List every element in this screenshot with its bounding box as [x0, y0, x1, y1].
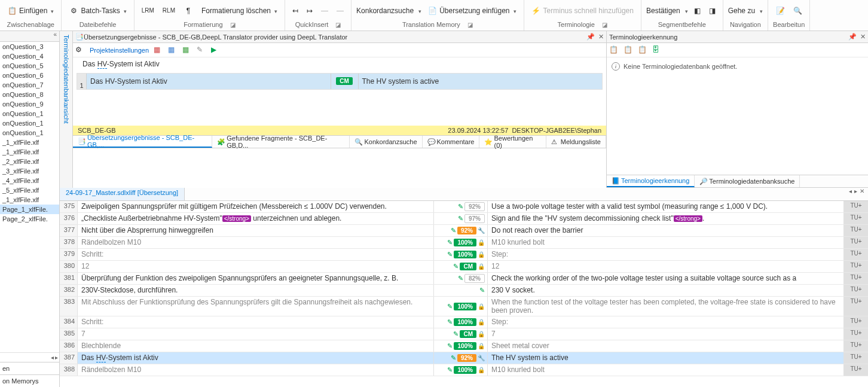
file-list-item[interactable]: Page_1_xlfFile. [0, 205, 59, 214]
segment-source[interactable]: Rändelbolzen M10 [78, 237, 434, 248]
pilcrow-button[interactable]: ¶ [181, 5, 195, 17]
segment-row[interactable]: 375Zweipoligen Spannungsprüfer mit gülti… [60, 201, 868, 213]
collapse-button[interactable]: « [0, 31, 59, 42]
tb-icon4[interactable]: ✎ [197, 45, 206, 55]
segment-row[interactable]: 379Schritt:✎100%🔒Step:TU+ [60, 249, 868, 261]
tab-messages[interactable]: ⚠Meldungsliste [546, 136, 606, 148]
tab-fragments[interactable]: 🧩Gefundene Fragmente - SCB_DE-GB,D... [212, 136, 350, 148]
left-footer-1[interactable]: en [0, 362, 59, 374]
segment-row[interactable]: 388Rändelbolzen M10✎100%🔒M10 knurled bol… [60, 364, 868, 376]
segment-source[interactable]: 7 [78, 328, 434, 340]
tab-term-recognition[interactable]: 📘Terminologieerkennung [607, 175, 695, 187]
file-list-item[interactable]: onQuestion_4 [0, 51, 59, 61]
tb-icon2[interactable]: ▦ [168, 45, 178, 55]
segment-source[interactable]: Überprüfung der Funktion des zweipoligen… [78, 273, 434, 284]
segment-target[interactable]: Do not reach over the barrier [488, 225, 844, 236]
segment-target[interactable]: 12 [488, 261, 844, 272]
file-list-item[interactable]: onQuestion_3 [0, 42, 59, 51]
qi-left-button[interactable]: ↤ [290, 5, 301, 16]
dialog-launcher-icon[interactable]: ◪ [602, 22, 607, 28]
segment-target[interactable]: Step: [488, 249, 844, 260]
project-settings-link[interactable]: Projekteinstellungen [90, 47, 149, 54]
segment-row[interactable]: 377Nicht über die Absprerrung hinweggrei… [60, 225, 868, 237]
scroll-right-icon[interactable]: ▸ [55, 354, 58, 361]
tb-icon3[interactable]: ▦ [182, 45, 192, 55]
file-list-item[interactable]: Page_2_xlfFile. [0, 214, 59, 224]
segment-source[interactable]: Rändelbolzen M10 [78, 364, 434, 376]
segment-source[interactable]: Das HV-System ist Aktiv [78, 352, 434, 364]
tab-ratings[interactable]: ⭐Bewertungen (0) [479, 136, 546, 148]
file-list-item[interactable]: _1_xlfFile.xlf [0, 138, 59, 147]
segment-source[interactable]: Zweipoligen Spannungsprüfer mit gültigem… [78, 201, 434, 212]
segment-source[interactable]: Nicht über die Absprerrung hinweggreifen [78, 225, 434, 236]
qi-right-button[interactable]: ↦ [304, 5, 315, 16]
segment-source[interactable]: 230V-Steckdose, durchführen. [78, 285, 434, 296]
left-footer-2[interactable]: on Memorys [0, 374, 59, 387]
pin-icon[interactable]: 📌 [586, 33, 595, 41]
segment-target[interactable]: Sign and file the "HV system decommissio… [488, 213, 844, 224]
chevron-down-icon[interactable] [684, 7, 688, 15]
term-tb-icon2[interactable]: 📋 [624, 45, 633, 55]
file-list-item[interactable]: _4_xlfFile.xlf [0, 176, 59, 185]
segment-row[interactable]: 3857✎CM🔒7TU+ [60, 328, 868, 340]
file-list-item[interactable]: onQuestion_1 [0, 118, 59, 128]
file-list-item[interactable]: onQuestion_5 [0, 61, 59, 71]
tm-result-row[interactable]: 1 Das HV-System ist Aktiv CM The HV syst… [77, 73, 603, 90]
seg-icon2[interactable]: ◨ [707, 5, 718, 16]
doc-scroll-left-icon[interactable]: ◂ [849, 188, 852, 200]
clear-format-button[interactable]: Formatierung löschen [199, 5, 280, 16]
chevron-down-icon[interactable] [417, 7, 421, 15]
segment-target[interactable]: Sheet metal cover [488, 340, 844, 352]
segment-row[interactable]: 38012✎CM🔒12TU+ [60, 261, 868, 273]
file-list-item[interactable]: onQuestion_6 [0, 71, 59, 80]
term-tb-icon4[interactable]: 🗄 [652, 45, 662, 55]
segment-source[interactable]: Mit Abschluss der Funktionsprüfung des S… [78, 297, 434, 316]
segment-target[interactable]: 230 V socket. [488, 285, 844, 296]
doc-close-icon[interactable]: ✕ [860, 188, 864, 200]
lrm-button[interactable]: LRM [139, 6, 157, 15]
tab-comments[interactable]: 💬Kommentare [423, 136, 480, 148]
edit-icon1[interactable]: 📝 [774, 5, 787, 16]
tab-concordance[interactable]: 🔍Konkordanzsuche [350, 136, 422, 148]
file-list-item[interactable]: _3_xlfFile.xlf [0, 166, 59, 176]
edit-icon2[interactable]: 🔍 [791, 5, 805, 16]
file-list-item[interactable]: onQuestion_1 [0, 109, 59, 118]
file-list-item[interactable]: onQuestion_7 [0, 80, 59, 90]
segment-row[interactable]: 387Das HV-System ist Aktiv✎92%🔧The HV sy… [60, 352, 868, 364]
segment-source[interactable]: Schritt: [78, 316, 434, 328]
settings-icon[interactable]: ⚙ [75, 45, 85, 55]
segment-target[interactable]: M10 knurled bolt [488, 364, 844, 376]
segment-row[interactable]: 382230V-Steckdose, durchführen.✎ 230 V s… [60, 285, 868, 297]
segment-target[interactable]: Step: [488, 316, 844, 328]
tab-results[interactable]: 📑Übersetzungsergebnisse - SCB_DE-GB,... [73, 136, 212, 148]
tab-term-search[interactable]: 🔎Terminologiedatenbanksuche [695, 175, 800, 187]
segment-row[interactable]: 381Überprüfung der Funktion des zweipoli… [60, 273, 868, 285]
dialog-launcher-icon[interactable]: ◪ [467, 22, 473, 28]
segment-source[interactable]: „Checkliste Außerbetriebnahme HV-System"… [78, 213, 434, 224]
segment-row[interactable]: 376„Checkliste Außerbetriebnahme HV-Syst… [60, 213, 868, 225]
file-list-item[interactable]: onQuestion_8 [0, 90, 59, 99]
segment-target[interactable]: M10 knurled bolt [488, 237, 844, 248]
segment-target[interactable]: 7 [488, 328, 844, 340]
vertical-tab[interactable]: Terminologiedatenbankansicht [60, 31, 73, 188]
segment-target[interactable]: When the function test of the voltage te… [488, 297, 844, 316]
segment-target[interactable]: Check the working order of the two-pole … [488, 273, 844, 284]
segment-source[interactable]: Blechblende [78, 340, 434, 352]
insert-translation-button[interactable]: 📄 Übersetzung einfügen [425, 5, 518, 17]
file-list-item[interactable]: _5_xlfFile.xlf [0, 185, 59, 195]
close-icon[interactable]: ✕ [598, 33, 604, 41]
segment-row[interactable]: 378Rändelbolzen M10✎100%🔒M10 knurled bol… [60, 237, 868, 249]
batch-tasks-button[interactable]: ⚙ Batch-Tasks [66, 5, 129, 17]
confirm-label[interactable]: Bestätigen [646, 7, 680, 15]
segment-row[interactable]: 384Schritt:✎100%🔒Step:TU+ [60, 316, 868, 328]
tb-icon1[interactable]: ▦ [154, 45, 163, 55]
rlm-button[interactable]: RLM [160, 6, 178, 15]
seg-icon1[interactable]: ◧ [692, 5, 703, 16]
segment-row[interactable]: 383Mit Abschluss der Funktionsprüfung de… [60, 297, 868, 316]
segment-source[interactable]: 12 [78, 261, 434, 272]
file-list-item[interactable]: _1_xlfFile.xlf [0, 147, 59, 157]
dialog-launcher-icon[interactable]: ◪ [230, 22, 236, 28]
segment-target[interactable]: Use a two-pole voltage tester with a val… [488, 201, 844, 212]
scroll-left-icon[interactable]: ◂ [51, 354, 54, 361]
file-list-item[interactable]: _1_xlfFile.xlf [0, 195, 59, 205]
